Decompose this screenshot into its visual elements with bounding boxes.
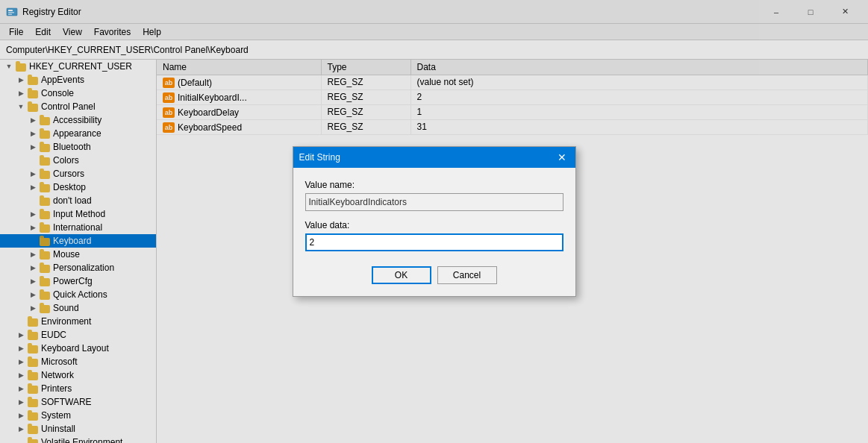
cancel-button[interactable]: Cancel: [437, 266, 497, 284]
dialog-title-bar: Edit String ✕: [293, 147, 575, 168]
value-data-label: Value data:: [305, 220, 563, 230]
edit-string-dialog: Edit String ✕ Value name: Value data: OK…: [293, 146, 576, 297]
dialog-body: Value name: Value data: OK Cancel: [293, 168, 575, 296]
dialog-buttons: OK Cancel: [305, 266, 563, 284]
ok-button[interactable]: OK: [372, 266, 431, 284]
dialog-close-button[interactable]: ✕: [555, 150, 569, 165]
dialog-title: Edit String: [299, 152, 340, 163]
value-name-input[interactable]: [305, 193, 563, 211]
value-data-input[interactable]: [305, 233, 563, 251]
modal-overlay: Edit String ✕ Value name: Value data: OK…: [0, 0, 868, 443]
value-name-label: Value name:: [305, 180, 563, 190]
